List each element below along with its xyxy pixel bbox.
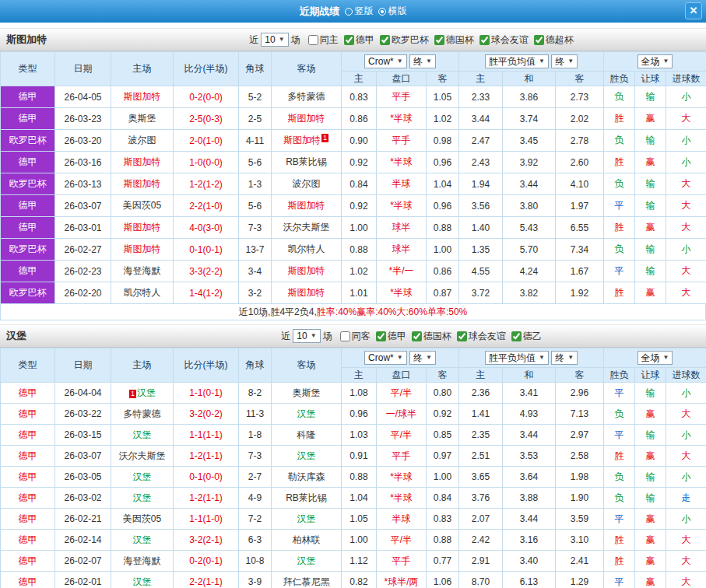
filter-checkbox-1-0[interactable]: 同客 — [340, 330, 371, 343]
team-name-cell[interactable]: 海登海默 — [111, 261, 174, 282]
team-name-cell[interactable]: 沃尔夫斯堡 — [111, 446, 174, 467]
col-type: 类型 — [1, 348, 55, 383]
europe-stage-select[interactable]: 终▼ — [551, 351, 578, 365]
checkbox-input[interactable] — [380, 35, 390, 45]
radio-vertical-layout[interactable]: 竖版 — [345, 5, 374, 18]
corner-cell: 7-3 — [239, 446, 272, 467]
team-name-text: 奥斯堡 — [128, 113, 156, 124]
score-cell: 0-2(0-0) — [174, 86, 239, 108]
checkbox-input[interactable] — [534, 35, 544, 45]
checkbox-input[interactable] — [308, 35, 318, 45]
team-name-text: 奥斯堡 — [293, 387, 321, 398]
date-cell: 26-03-23 — [55, 108, 111, 130]
score-cell: 4-0(3-0) — [174, 217, 239, 239]
team-name-cell[interactable]: 斯图加特 — [111, 217, 174, 239]
close-icon[interactable]: ✕ — [685, 2, 702, 19]
checkbox-input[interactable] — [412, 331, 422, 341]
corner-cell: 1-3 — [239, 173, 272, 195]
checkbox-input[interactable] — [479, 35, 490, 45]
europe-away-odds: 1.67 — [556, 261, 604, 282]
checkbox-input[interactable] — [344, 35, 354, 45]
team-name-cell[interactable]: RB莱比锡 — [272, 152, 342, 173]
fullmatch-select[interactable]: 全场▼ — [638, 351, 673, 365]
team-name-cell[interactable]: 汉堡 — [272, 446, 342, 467]
fullmatch-select[interactable]: 全场▼ — [638, 54, 673, 68]
filter-checkbox-1-2[interactable]: 德国杯 — [412, 330, 451, 343]
filter-checkbox-0-2[interactable]: 欧罗巴杯 — [380, 33, 429, 47]
filter-checkbox-0-5[interactable]: 德超杯 — [534, 33, 574, 47]
match-row: 欧罗巴杯26-02-27斯图加特0-1(0-1)13-7凯尔特人0.88球半1.… — [1, 239, 706, 261]
team-name-cell[interactable]: 汉堡 — [111, 572, 174, 588]
europe-odds-select[interactable]: 胜平负均值▼ — [485, 54, 549, 68]
filter-checkbox-1-1[interactable]: 德甲 — [376, 330, 406, 343]
team-name-cell[interactable]: 凯尔特人 — [272, 239, 342, 261]
odds-stage-select[interactable]: 终▼ — [409, 351, 436, 365]
team-name-cell[interactable]: 斯图加特 — [111, 152, 174, 173]
team-name-cell[interactable]: RB莱比锡 — [272, 488, 342, 509]
team-name-cell[interactable]: 斯图加特 — [111, 239, 174, 261]
near-label: 近 — [281, 330, 290, 343]
checkbox-input[interactable] — [457, 331, 467, 341]
checkbox-input[interactable] — [340, 331, 350, 341]
filter-checkbox-1-4[interactable]: 德乙 — [511, 330, 542, 343]
team-name-cell[interactable]: 多特蒙德 — [111, 404, 174, 425]
europe-stage-select[interactable]: 终▼ — [551, 54, 578, 68]
asian-odds-group: Crow*▼ 终▼ — [342, 348, 459, 368]
team-name-cell[interactable]: 奥斯堡 — [111, 108, 174, 130]
match-count-select[interactable]: 10 ▼ — [261, 33, 288, 47]
col-corner: 角球 — [239, 348, 272, 383]
filter-checkbox-0-0[interactable]: 同主 — [308, 33, 339, 47]
team-name-cell[interactable]: 斯图加特1 — [272, 130, 342, 152]
team-name-cell[interactable]: 斯图加特 — [272, 282, 342, 304]
result-wdl: 平 — [604, 383, 635, 404]
radio-horizontal-layout[interactable]: 横版 — [378, 5, 407, 18]
checkbox-input[interactable] — [376, 331, 386, 341]
bookmaker-select[interactable]: Crow*▼ — [364, 351, 407, 365]
checkbox-label: 德甲 — [356, 33, 374, 47]
europe-away-odds: 2.60 — [556, 152, 604, 173]
team-name-cell[interactable]: 汉堡 — [111, 488, 174, 509]
team-name-cell[interactable]: 美因茨05 — [111, 195, 174, 217]
team-name-cell[interactable]: 美因茨05 — [111, 509, 174, 530]
team-name-cell[interactable]: 奥斯堡 — [272, 383, 342, 404]
team-name-cell[interactable]: 汉堡 — [272, 551, 342, 572]
team-name-cell[interactable]: 沃尔夫斯堡 — [272, 217, 342, 239]
column-header: 让球 — [635, 368, 666, 383]
team-name-cell[interactable]: 海登海默 — [111, 551, 174, 572]
team-name-cell[interactable]: 斯图加特 — [111, 86, 174, 108]
match-count-select[interactable]: 10 ▼ — [293, 329, 320, 343]
filter-checkbox-0-4[interactable]: 球会友谊 — [479, 33, 529, 47]
filter-checkbox-0-3[interactable]: 德国杯 — [434, 33, 474, 47]
team-name-cell[interactable]: 科隆 — [272, 425, 342, 446]
odds-stage-select[interactable]: 终▼ — [409, 54, 436, 68]
team-name-cell[interactable]: 波尔图 — [111, 130, 174, 152]
team-name-cell[interactable]: 汉堡 — [111, 530, 174, 551]
team-name-cell[interactable]: 勒沃库森 — [272, 467, 342, 488]
team-name-cell[interactable]: 斯图加特 — [272, 195, 342, 217]
team-name-text: 汉堡 — [133, 471, 152, 482]
checkbox-input[interactable] — [434, 35, 444, 45]
match-row: 德甲26-04-041汉堡1-1(0-1)8-2奥斯堡1.08平/半0.802.… — [1, 383, 706, 404]
team-name-cell[interactable]: 汉堡 — [272, 509, 342, 530]
corner-cell: 4-11 — [239, 130, 272, 152]
col-home: 主场 — [111, 348, 174, 383]
team-name-cell[interactable]: 拜仁慕尼黑 — [272, 572, 342, 588]
team-name-cell[interactable]: 汉堡 — [111, 467, 174, 488]
team-name-cell[interactable]: 斯图加特 — [272, 261, 342, 282]
team-name-cell[interactable]: 斯图加特 — [111, 173, 174, 195]
team-name-cell[interactable]: 波尔图 — [272, 173, 342, 195]
team-name-cell[interactable]: 汉堡 — [272, 404, 342, 425]
team-name-cell[interactable]: 凯尔特人 — [111, 282, 174, 304]
team-name-cell[interactable]: 柏林联 — [272, 530, 342, 551]
filter-checkbox-1-3[interactable]: 球会友谊 — [457, 330, 506, 343]
filter-checkbox-0-1[interactable]: 德甲 — [344, 33, 374, 47]
bookmaker-select[interactable]: Crow*▼ — [364, 54, 407, 68]
team-name-cell[interactable]: 斯图加特 — [272, 108, 342, 130]
europe-odds-select[interactable]: 胜平负均值▼ — [485, 351, 549, 365]
team-name-cell[interactable]: 1汉堡 — [111, 383, 174, 404]
result-wdl: 负 — [604, 467, 635, 488]
team-name-cell[interactable]: 多特蒙德 — [272, 86, 342, 108]
team-name-cell[interactable]: 汉堡 — [111, 425, 174, 446]
column-header: 让球 — [635, 72, 666, 86]
checkbox-input[interactable] — [511, 331, 522, 341]
